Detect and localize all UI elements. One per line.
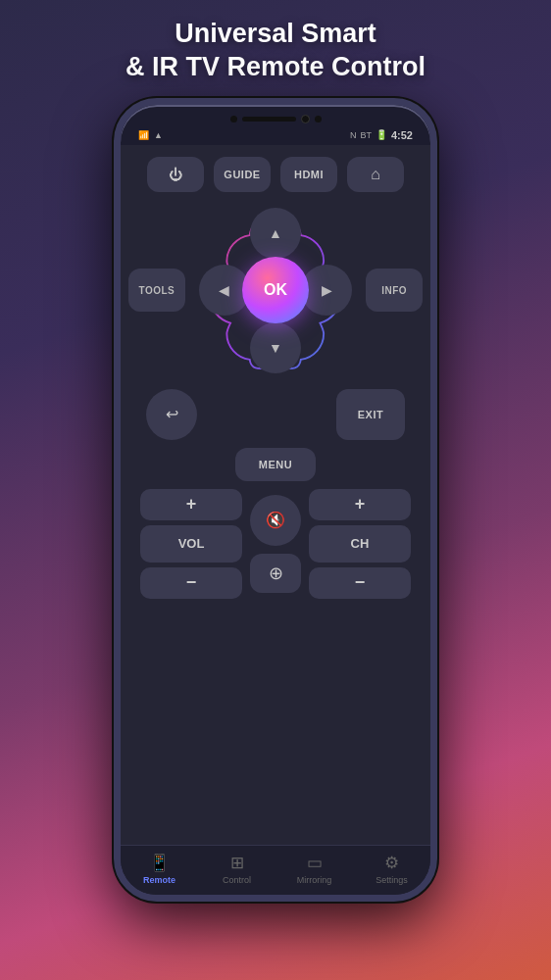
vol-minus-button[interactable]: −: [140, 567, 242, 599]
dpad-row: TOOLS: [128, 200, 423, 381]
sensor-camera: [301, 115, 310, 123]
ch-label: CH: [309, 525, 411, 563]
home-button[interactable]: ⌂: [347, 157, 404, 192]
nav-item-settings[interactable]: ⚙ Settings: [365, 853, 419, 885]
info-button[interactable]: INFO: [366, 269, 423, 312]
ch-column: + CH −: [309, 489, 411, 599]
menu-row: MENU: [128, 448, 423, 481]
remote-area: ⏻ GUIDE HDMI ⌂ TOOLS: [121, 145, 430, 845]
back-button[interactable]: ↩: [146, 389, 197, 440]
sensor-speaker: [242, 117, 296, 122]
status-right: N BT 🔋 4:52: [350, 129, 413, 141]
back-exit-row: ↩ EXIT: [128, 389, 423, 440]
control-nav-icon: ⊞: [230, 853, 244, 873]
bt-icon: BT: [360, 130, 372, 140]
nav-item-mirroring[interactable]: ▭ Mirroring: [287, 853, 341, 885]
dpad-up-button[interactable]: ▲: [250, 208, 301, 259]
vol-plus-button[interactable]: +: [140, 489, 242, 520]
tools-button[interactable]: TOOLS: [128, 269, 185, 312]
ok-button[interactable]: OK: [242, 257, 309, 323]
power-button[interactable]: ⏻: [147, 157, 204, 192]
guide-button[interactable]: GUIDE: [214, 157, 271, 192]
remote-nav-label: Remote: [143, 875, 175, 885]
mute-source-column: 🔇 ⊕: [250, 495, 301, 593]
dpad-container: ▲ ▼ ◀ ▶ OK: [191, 200, 360, 381]
control-nav-label: Control: [223, 875, 251, 885]
sim-icon: 📶: [138, 130, 149, 140]
phone-frame: 📶 ▲ N BT 🔋 4:52 ⏻ GUIDE HDMI ⌂: [114, 98, 437, 902]
headline-line1: Universal Smart: [175, 19, 376, 48]
nav-item-remote[interactable]: 📱 Remote: [132, 853, 186, 885]
dpad-down-button[interactable]: ▼: [250, 322, 301, 373]
mirroring-nav-icon: ▭: [307, 853, 323, 873]
app-content: ⏻ GUIDE HDMI ⌂ TOOLS: [121, 145, 430, 895]
hdmi-button[interactable]: HDMI: [280, 157, 337, 192]
top-buttons-row: ⏻ GUIDE HDMI ⌂: [147, 157, 404, 192]
remote-nav-icon: 📱: [149, 853, 170, 873]
phone-wrapper: 📶 ▲ N BT 🔋 4:52 ⏻ GUIDE HDMI ⌂: [114, 98, 437, 902]
headline-line2: & IR TV Remote Control: [125, 52, 426, 81]
time-display: 4:52: [391, 129, 413, 141]
status-left: 📶 ▲: [138, 130, 163, 140]
bottom-nav: 📱 Remote ⊞ Control ▭ Mirroring ⚙ Setting…: [121, 845, 430, 895]
mute-button[interactable]: 🔇: [250, 495, 301, 546]
dpad-right-button[interactable]: ▶: [301, 265, 352, 316]
vol-column: + VOL −: [140, 489, 242, 599]
ch-minus-button[interactable]: −: [309, 567, 411, 599]
sensor-dot-right: [315, 116, 322, 122]
wifi-icon: ▲: [154, 130, 163, 140]
settings-nav-icon: ⚙: [384, 853, 399, 873]
nav-item-control[interactable]: ⊞ Control: [210, 853, 264, 885]
vol-ch-section: + VOL − 🔇 ⊕ + CH −: [128, 489, 423, 599]
status-bar: 📶 ▲ N BT 🔋 4:52: [121, 127, 430, 145]
vol-label: VOL: [140, 525, 242, 563]
nfc-icon: N: [350, 130, 357, 140]
sensor-dot-left: [230, 116, 237, 122]
exit-button[interactable]: EXIT: [336, 389, 405, 440]
mirroring-nav-label: Mirroring: [297, 875, 332, 885]
ch-plus-button[interactable]: +: [309, 489, 411, 520]
source-button[interactable]: ⊕: [250, 554, 301, 593]
battery-icon: 🔋: [376, 129, 387, 140]
menu-button[interactable]: MENU: [235, 448, 316, 481]
phone-sensors: [121, 105, 430, 127]
settings-nav-label: Settings: [376, 875, 408, 885]
headline: Universal Smart & IR TV Remote Control: [102, 0, 449, 94]
